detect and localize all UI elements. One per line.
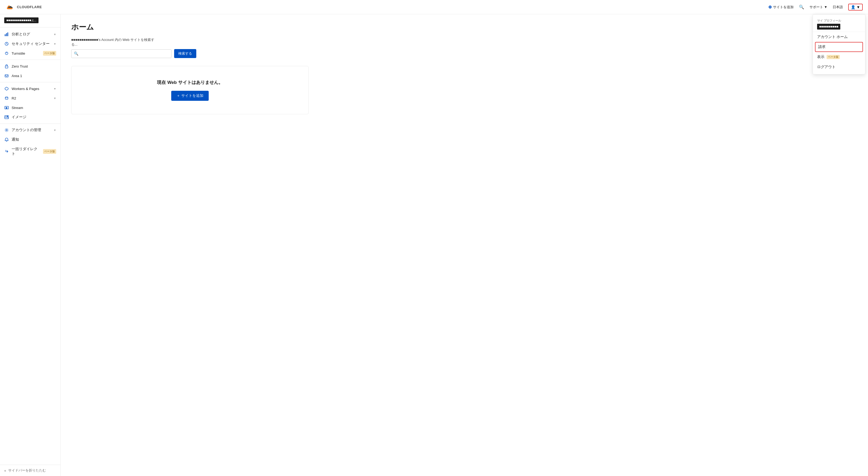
account-mgmt-chevron-icon: ▼ — [54, 129, 56, 132]
svg-point-8 — [5, 97, 8, 98]
main-header: CLOUDFLARE ⊕ サイトを追加 🔍 サポート ▼ 日本語 👤 ▼ — [0, 0, 868, 14]
cloudflare-logo[interactable]: CLOUDFLARE — [5, 4, 42, 10]
svg-point-12 — [6, 129, 7, 131]
svg-point-11 — [7, 116, 8, 117]
search-button[interactable]: 検索する — [174, 49, 196, 58]
stream-label: Stream — [11, 106, 56, 110]
svg-rect-2 — [7, 32, 8, 36]
main-inner: ホーム ■■■■■■■■■■■■■'s Account 内の Web サイトを検… — [61, 14, 324, 130]
add-site-header-button[interactable]: ⊕ サイトを追加 — [768, 4, 794, 9]
workers-icon — [4, 86, 9, 91]
collapse-icon: « — [4, 469, 6, 473]
cloudflare-logo-icon — [5, 4, 15, 10]
security-center-chevron-icon: ▼ — [54, 42, 56, 46]
area1-icon — [4, 73, 9, 78]
dropdown-logout[interactable]: ログアウト — [813, 62, 865, 72]
search-input[interactable] — [71, 49, 172, 58]
turnstile-icon — [4, 51, 9, 56]
sidebar-item-stream[interactable]: Stream — [0, 103, 60, 112]
sidebar-item-zero-trust[interactable]: Zero Trust — [0, 61, 60, 71]
sidebar-item-security-center[interactable]: セキュリティ センター ▼ — [0, 39, 60, 49]
cloudflare-logo-text: CLOUDFLARE — [17, 5, 42, 9]
stream-icon — [4, 105, 9, 110]
sidebar-item-area1[interactable]: Area 1 — [0, 71, 60, 81]
sidebar-collapse[interactable]: « サイドバーを折りたたむ — [0, 465, 60, 476]
zero-trust-label: Zero Trust — [11, 64, 56, 68]
search-label: ■■■■■■■■■■■■■'s Account 内の Web サイトを検索す る… — [71, 37, 314, 47]
sidebar-item-images[interactable]: イメージ — [0, 112, 60, 122]
dropdown-account-home[interactable]: アカウント ホーム — [813, 32, 865, 42]
dropdown-logout-label: ログアウト — [817, 65, 836, 69]
svg-rect-0 — [5, 34, 5, 36]
svg-rect-6 — [5, 75, 8, 77]
app-layout: ■■■■■■■■■■■■■.c... 分析とログ ▼ セキュリティ センター ▼ — [0, 14, 868, 476]
dropdown-account-home-label: アカウント ホーム — [817, 35, 848, 39]
turnstile-beta-badge: ベータ版 — [43, 51, 56, 56]
workers-pages-label: Workers & Pages — [11, 87, 51, 91]
security-center-icon — [4, 41, 9, 46]
svg-marker-7 — [5, 87, 8, 90]
dropdown-display[interactable]: 表示 ベータ版 — [813, 52, 865, 62]
analytics-label: 分析とログ — [11, 32, 51, 37]
add-site-button[interactable]: ＋ サイトを追加 — [171, 91, 209, 101]
search-row: 🔍 検索する — [71, 49, 314, 58]
r2-icon — [4, 96, 9, 100]
sidebar-item-turnstile[interactable]: Turnstile ベータ版 — [0, 49, 60, 58]
search-header-button[interactable]: 🔍 — [799, 4, 804, 9]
area1-label: Area 1 — [11, 74, 56, 78]
sidebar-item-notifications[interactable]: 通知 — [0, 135, 60, 144]
support-header-button[interactable]: サポート ▼ — [809, 5, 827, 9]
dropdown-billing[interactable]: 請求 — [815, 42, 863, 52]
no-sites-text: 現在 Web サイトはありません。 — [77, 80, 303, 86]
analytics-chevron-icon: ▼ — [54, 33, 56, 36]
search-input-icon: 🔍 — [74, 52, 79, 56]
dropdown-profile-label: マイ プロフィール — [817, 19, 861, 23]
page-title: ホーム — [71, 22, 314, 32]
bell-icon — [4, 137, 9, 142]
search-section: ■■■■■■■■■■■■■'s Account 内の Web サイトを検索す る… — [71, 37, 314, 58]
language-button[interactable]: 日本語 — [833, 5, 843, 9]
user-avatar-icon: 👤 — [851, 5, 855, 9]
support-label: サポート — [809, 5, 823, 9]
turnstile-label: Turnstile — [11, 52, 39, 55]
account-mgmt-icon — [4, 128, 9, 132]
search-input-wrap: 🔍 — [71, 49, 172, 58]
user-dropdown: マイ プロフィール ■■■■■■■■■■ アカウント ホーム 請求 表示 ベータ… — [813, 14, 865, 75]
redirect-icon — [4, 149, 9, 154]
sidebar: ■■■■■■■■■■■■■.c... 分析とログ ▼ セキュリティ センター ▼ — [0, 14, 61, 476]
dropdown-display-beta: ベータ版 — [827, 55, 840, 59]
language-label: 日本語 — [833, 5, 843, 9]
collapse-label: サイドバーを折りたたむ — [8, 468, 46, 473]
sidebar-item-analytics[interactable]: 分析とログ ▼ — [0, 30, 60, 39]
plus-icon: ⊕ — [768, 4, 772, 9]
sidebar-item-workers-pages[interactable]: Workers & Pages ▼ — [0, 84, 60, 93]
header-actions: ⊕ サイトを追加 🔍 サポート ▼ 日本語 👤 ▼ — [768, 4, 863, 10]
zero-trust-icon — [4, 64, 9, 69]
dropdown-account-name: ■■■■■■■■■■ — [817, 24, 840, 30]
svg-rect-1 — [6, 33, 7, 36]
user-menu-button[interactable]: 👤 ▼ — [848, 4, 863, 10]
support-chevron-icon: ▼ — [824, 5, 827, 9]
main-content: ホーム ■■■■■■■■■■■■■'s Account 内の Web サイトを検… — [61, 14, 868, 476]
bulk-redirect-label: 一括リダイレクト — [11, 147, 39, 156]
no-sites-box: 現在 Web サイトはありません。 ＋ サイトを追加 — [71, 66, 309, 114]
sidebar-item-bulk-redirect[interactable]: 一括リダイレクト ベータ版 — [0, 144, 60, 158]
account-mgmt-label: アカウントの管理 — [11, 128, 51, 132]
images-label: イメージ — [11, 115, 56, 120]
sidebar-divider-1 — [0, 60, 60, 60]
svg-rect-5 — [5, 66, 8, 68]
search-button-label: 検索する — [178, 52, 192, 55]
search-icon: 🔍 — [799, 4, 804, 9]
account-name-badge: ■■■■■■■■■■■■■.c... — [4, 18, 38, 23]
sidebar-divider-3 — [0, 123, 60, 124]
sidebar-item-account-mgmt[interactable]: アカウントの管理 ▼ — [0, 125, 60, 135]
images-icon — [4, 115, 9, 120]
chart-icon — [4, 32, 9, 37]
notifications-label: 通知 — [11, 137, 56, 142]
dropdown-profile-section: マイ プロフィール ■■■■■■■■■■ — [813, 17, 865, 32]
dropdown-billing-label: 請求 — [818, 44, 826, 49]
sidebar-item-r2[interactable]: R2 ▼ — [0, 93, 60, 103]
sidebar-nav: 分析とログ ▼ セキュリティ センター ▼ Turnstile ベータ版 — [0, 27, 60, 465]
workers-chevron-icon: ▼ — [54, 87, 56, 90]
dropdown-display-label: 表示 — [817, 55, 825, 59]
